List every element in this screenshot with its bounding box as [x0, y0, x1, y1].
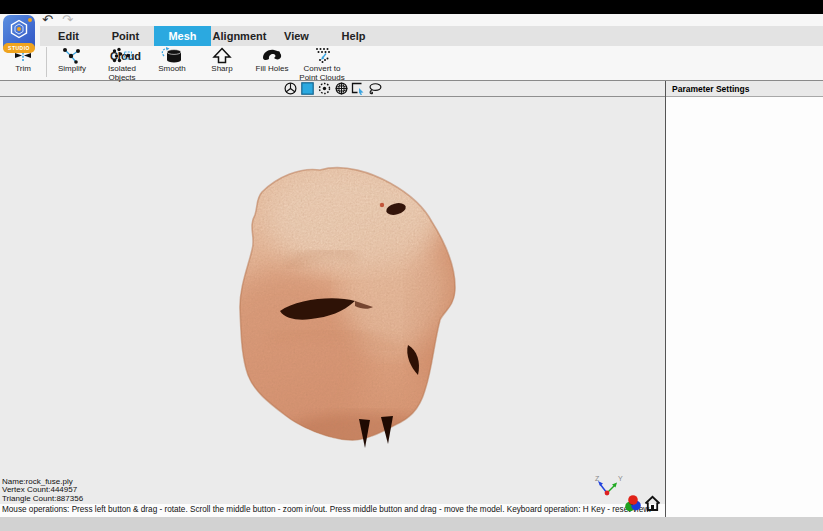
axis-z-label: Z: [595, 475, 600, 482]
redo-icon[interactable]: ↷: [62, 13, 73, 27]
undo-icon[interactable]: ↶: [42, 13, 53, 27]
smooth-icon: [160, 47, 184, 64]
fill-holes-button[interactable]: Fill Holes: [247, 46, 297, 74]
home-reset-view-icon[interactable]: [643, 494, 662, 513]
sharp-label: Sharp: [211, 65, 232, 74]
logo-banner: STUDIO: [3, 43, 35, 53]
logo-hexagon-icon: [9, 19, 29, 39]
isolated-objects-label: Isolated Objects: [97, 65, 147, 82]
fill-holes-icon: [261, 47, 283, 64]
globe-selection-icon[interactable]: [334, 82, 348, 95]
smooth-button[interactable]: Smooth: [147, 46, 197, 74]
isolated-objects-button[interactable]: Isolated Objects: [97, 46, 147, 82]
logo-orange-dot: [28, 18, 32, 22]
axis-y-label: Y: [618, 475, 623, 482]
lasso-selection-icon[interactable]: [368, 82, 382, 95]
isolated-objects-icon: [111, 47, 133, 64]
sharp-button[interactable]: Sharp: [197, 46, 247, 74]
parameter-settings-header: Parameter Settings: [666, 81, 823, 97]
app-logo[interactable]: STUDIO: [3, 15, 35, 53]
status-bar: Mouse operations: Press left button & dr…: [0, 504, 665, 517]
view-cube-icon[interactable]: [283, 82, 297, 95]
convert-to-point-clouds-icon: [310, 47, 334, 64]
tab-help[interactable]: Help: [325, 26, 382, 46]
tab-view[interactable]: View: [268, 26, 325, 46]
convert-to-point-clouds-label: Convert to Point Clouds: [297, 65, 347, 82]
simplify-icon: [61, 47, 83, 64]
selection-toolbar: [0, 81, 665, 97]
smooth-label: Smooth: [158, 65, 186, 74]
window-title-bar: [0, 0, 823, 14]
pick-rectangle-icon[interactable]: [351, 82, 365, 95]
rgb-texture-icon[interactable]: [623, 494, 642, 513]
parameter-settings-panel: Parameter Settings: [665, 81, 823, 517]
menu-tab-bar: Edit Point Cloud Mesh Alignment View Hel…: [40, 26, 823, 46]
window-bottom-strip: [0, 517, 823, 531]
trim-label: Trim: [15, 65, 31, 74]
viewport-3d[interactable]: Z Y Name:rock_fuse.ply Vertex Count:4449…: [0, 81, 665, 517]
sharp-icon: [212, 47, 232, 64]
mesh-tool-row: Trim Simplify: [0, 46, 823, 80]
tab-point-cloud[interactable]: Point Cloud: [97, 26, 154, 46]
rectangle-selection-icon[interactable]: [300, 82, 314, 95]
convert-to-point-clouds-button[interactable]: Convert to Point Clouds: [297, 46, 347, 82]
tab-alignment[interactable]: Alignment: [211, 26, 268, 46]
main-toolbar: STUDIO ↶ ↷ Edit Point Cloud Mesh Alignme…: [0, 14, 823, 81]
viewport-corner-buttons: [623, 494, 662, 513]
rock-mesh-model[interactable]: [212, 149, 472, 449]
tab-edit[interactable]: Edit: [40, 26, 97, 46]
axis-indicator: Z Y: [593, 474, 625, 500]
triangle-count: Triangle Count:887356: [2, 495, 83, 504]
undo-redo-group: ↶ ↷: [42, 13, 73, 27]
tab-mesh[interactable]: Mesh: [154, 26, 211, 46]
isolated-objects-label-wrap: Simplify: [58, 65, 86, 74]
simplify-button[interactable]: Simplify: [47, 46, 97, 74]
spray-selection-icon[interactable]: [317, 82, 331, 95]
fill-holes-label: Fill Holes: [256, 65, 289, 74]
model-info: Name:rock_fuse.ply Vertex Count:444957 T…: [2, 478, 83, 504]
